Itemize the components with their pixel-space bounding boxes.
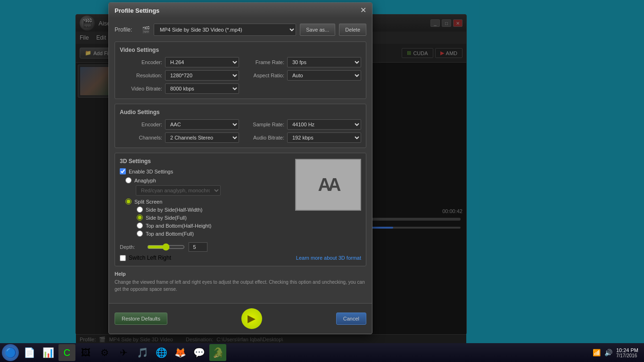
side-by-side-full-row: Side by Side(Full) bbox=[137, 214, 361, 221]
enable-3d-label: Enable 3D Settings bbox=[129, 169, 173, 174]
taskbar-icon-word[interactable]: 📄 bbox=[21, 344, 38, 361]
help-section: Help Change the viewed frame of left and… bbox=[115, 271, 366, 293]
taskbar-date: 7/17/2016 bbox=[616, 353, 638, 358]
taskbar-icon-excel[interactable]: 📊 bbox=[40, 344, 57, 361]
dialog-close-button[interactable]: ✕ bbox=[360, 7, 366, 14]
encoder-label: Encoder: bbox=[120, 59, 162, 65]
3d-settings-section: 3D Settings AA Enable 3D Settings Anagly… bbox=[115, 153, 366, 266]
audio-bitrate-row: Audio Bitrate: 192 kbps bbox=[242, 132, 361, 143]
frame-rate-dropdown[interactable]: 30 fps bbox=[287, 57, 361, 67]
dialog-titlebar: Profile Settings ✕ bbox=[109, 3, 372, 18]
frame-rate-row: Frame Rate: 30 fps bbox=[242, 57, 361, 67]
profile-field-label: Profile: bbox=[115, 26, 138, 33]
side-by-side-half-radio[interactable] bbox=[137, 206, 143, 213]
audio-bitrate-dropdown[interactable]: 192 kbps bbox=[287, 132, 361, 143]
aspect-ratio-label: Aspect Ratio: bbox=[242, 73, 284, 78]
top-bottom-half-row: Top and Bottom(Half-Height) bbox=[137, 222, 361, 229]
split-screen-label: Split Screen bbox=[134, 199, 162, 205]
side-by-side-full-radio[interactable] bbox=[137, 214, 143, 221]
side-by-side-half-label: Side by Side(Half-Width) bbox=[146, 207, 202, 213]
taskbar-icon-green[interactable]: 🐊 bbox=[209, 344, 226, 361]
learn-more-link[interactable]: Learn more about 3D format bbox=[296, 255, 361, 261]
taskbar-icon-chat[interactable]: 💬 bbox=[190, 344, 207, 361]
split-screen-radio[interactable] bbox=[125, 198, 132, 205]
switch-left-right-label: Switch Left Right bbox=[129, 255, 171, 261]
anaglyph-row: Anaglyph bbox=[125, 177, 295, 183]
ok-icon: ▶ bbox=[248, 313, 256, 325]
top-bottom-full-radio[interactable] bbox=[137, 230, 143, 237]
taskbar-icon-firefox[interactable]: 🦊 bbox=[172, 344, 189, 361]
sample-rate-row: Sample Rate: 44100 Hz bbox=[242, 119, 361, 130]
dialog-body: Profile: 🎬 MP4 Side by Side 3D Video (*.… bbox=[109, 18, 372, 303]
top-bottom-half-radio[interactable] bbox=[137, 222, 143, 229]
dialog-title: Profile Settings bbox=[115, 7, 159, 14]
taskbar-icon-cmd[interactable]: C bbox=[58, 344, 75, 361]
split-screen-options: Side by Side(Half-Width) Side by Side(Fu… bbox=[137, 206, 361, 237]
audio-settings-section: Audio Settings Encoder: AAC Sample Rate:… bbox=[115, 104, 366, 148]
video-bitrate-label: Video Bitrate: bbox=[120, 86, 162, 91]
depth-slider[interactable] bbox=[147, 243, 185, 251]
channels-dropdown[interactable]: 2 Channels Stereo bbox=[165, 132, 239, 143]
taskbar-time: 10:24 PM bbox=[616, 347, 638, 353]
resolution-label: Resolution: bbox=[120, 73, 162, 78]
start-button[interactable]: 🔵 bbox=[2, 344, 19, 361]
taskbar: 🔵 📄 📊 C 🖼 ⚙ ✈ 🎵 🌐 🦊 💬 🐊 📶 🔊 10:24 PM 7/1… bbox=[0, 343, 644, 362]
switch-left-right-row: Switch Left Right Learn more about 3D fo… bbox=[120, 255, 361, 261]
side-by-side-full-label: Side by Side(Full) bbox=[146, 215, 187, 221]
network-icon: 📶 bbox=[593, 349, 601, 356]
sample-rate-dropdown[interactable]: 44100 Hz bbox=[287, 119, 361, 130]
top-bottom-half-label: Top and Bottom(Half-Height) bbox=[146, 223, 211, 229]
aspect-ratio-row: Aspect Ratio: Auto bbox=[242, 70, 361, 81]
frame-rate-label: Frame Rate: bbox=[242, 59, 284, 65]
sample-rate-label: Sample Rate: bbox=[242, 122, 284, 127]
anaglyph-radio[interactable] bbox=[125, 177, 132, 183]
help-text: Change the viewed frame of left and righ… bbox=[115, 279, 366, 293]
top-bottom-full-label: Top and Bottom(Full) bbox=[146, 231, 194, 237]
ok-button[interactable]: ▶ bbox=[241, 308, 262, 329]
video-bitrate-dropdown[interactable]: 8000 kbps bbox=[165, 83, 239, 94]
save-as-button[interactable]: Save as... bbox=[300, 24, 335, 36]
dialog-footer: Restore Defaults ▶ Cancel bbox=[109, 303, 372, 334]
taskbar-icon-plane[interactable]: ✈ bbox=[115, 344, 132, 361]
depth-label: Depth: bbox=[120, 244, 143, 250]
start-icon: 🔵 bbox=[5, 347, 17, 358]
3d-preview-text: AA bbox=[318, 175, 339, 195]
split-screen-row: Split Screen bbox=[125, 198, 295, 205]
3d-preview: AA bbox=[295, 159, 361, 211]
taskbar-system-tray: 📶 🔊 10:24 PM 7/17/2016 bbox=[589, 347, 642, 358]
resolution-dropdown[interactable]: 1280*720 bbox=[165, 70, 239, 81]
profile-dropdown[interactable]: MP4 Side by Side 3D Video (*.mp4) bbox=[154, 24, 296, 36]
audio-encoder-row: Encoder: AAC bbox=[120, 119, 239, 130]
help-title: Help bbox=[115, 271, 366, 277]
taskbar-icon-photoshop[interactable]: 🖼 bbox=[77, 344, 94, 361]
anaglyph-label: Anaglyph bbox=[134, 178, 156, 183]
anaglyph-type-dropdown[interactable]: Red/cyan anaglyph, monochrome bbox=[136, 185, 221, 196]
audio-settings-title: Audio Settings bbox=[120, 109, 361, 115]
profile-settings-dialog: Profile Settings ✕ Profile: 🎬 MP4 Side b… bbox=[108, 2, 372, 334]
taskbar-icon-chrome[interactable]: 🌐 bbox=[153, 344, 170, 361]
video-bitrate-row: Video Bitrate: 8000 kbps bbox=[120, 83, 239, 94]
profile-row: Profile: 🎬 MP4 Side by Side 3D Video (*.… bbox=[115, 24, 366, 36]
depth-spinner[interactable] bbox=[189, 242, 207, 252]
audio-encoder-label: Encoder: bbox=[120, 122, 162, 127]
aspect-ratio-dropdown[interactable]: Auto bbox=[287, 70, 361, 81]
encoder-row: Encoder: H.264 bbox=[120, 57, 239, 67]
taskbar-icon-music[interactable]: 🎵 bbox=[134, 344, 151, 361]
taskbar-clock[interactable]: 10:24 PM 7/17/2016 bbox=[616, 347, 638, 358]
taskbar-icon-app1[interactable]: ⚙ bbox=[96, 344, 113, 361]
restore-defaults-button[interactable]: Restore Defaults bbox=[115, 313, 167, 325]
video-settings-section: Video Settings Encoder: H.264 Frame Rate… bbox=[115, 41, 366, 99]
resolution-row: Resolution: 1280*720 bbox=[120, 70, 239, 81]
enable-3d-checkbox[interactable] bbox=[120, 168, 126, 174]
top-bottom-full-row: Top and Bottom(Full) bbox=[137, 230, 361, 237]
encoder-dropdown[interactable]: H.264 bbox=[165, 57, 239, 67]
audio-encoder-dropdown[interactable]: AAC bbox=[165, 119, 239, 130]
delete-button[interactable]: Delete bbox=[339, 24, 366, 36]
switch-left-right-checkbox[interactable] bbox=[120, 255, 126, 261]
cancel-button[interactable]: Cancel bbox=[336, 313, 366, 325]
channels-label: Channels: bbox=[120, 135, 162, 140]
audio-bitrate-label: Audio Bitrate: bbox=[242, 135, 284, 140]
video-settings-grid: Encoder: H.264 Frame Rate: 30 fps Resolu… bbox=[120, 57, 361, 94]
audio-settings-grid: Encoder: AAC Sample Rate: 44100 Hz Chann… bbox=[120, 119, 361, 143]
profile-icon: 🎬 bbox=[142, 26, 150, 33]
